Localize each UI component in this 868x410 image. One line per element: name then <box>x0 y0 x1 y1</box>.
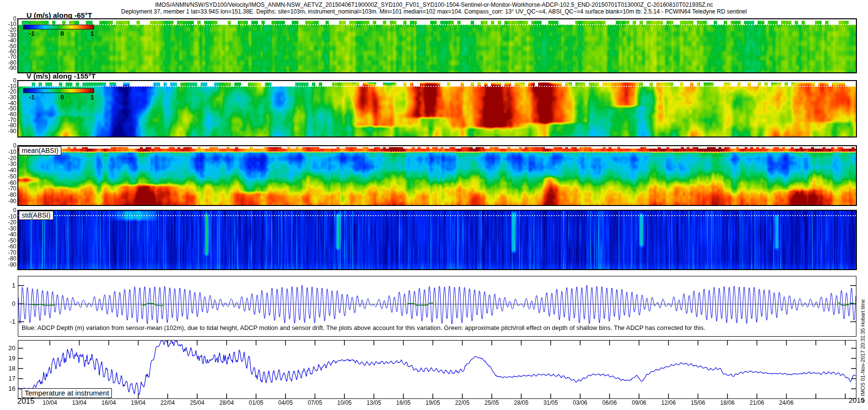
date-tick-label: 03/06 <box>573 399 587 406</box>
date-tick-label: 24/06 <box>779 399 794 406</box>
date-tick-label: 09/06 <box>632 399 646 406</box>
depth-tick-label: -90 <box>0 65 16 71</box>
heatmap-std-absi-canvas <box>18 211 856 269</box>
colorbar-v-tick-1: 1 <box>90 94 94 101</box>
depth-tick-label: -10 <box>0 149 16 155</box>
label-std-absi: std(ABSI) <box>19 211 54 220</box>
colorbar-v-tick-neg1: -1 <box>29 94 35 101</box>
date-tick-label: 15/06 <box>691 399 705 406</box>
date-tick-label: 12/06 <box>661 399 676 406</box>
temperature-ytick-label: 19 <box>0 355 15 361</box>
depth-tick-label: -90 <box>0 198 16 205</box>
panel-mean-absi <box>17 145 857 206</box>
date-tick-label: 28/05 <box>514 399 529 406</box>
temperature-ytick-label: 18 <box>0 365 15 371</box>
date-tick-label: 19/05 <box>426 399 440 406</box>
date-tick-label: 10/05 <box>337 399 352 406</box>
date-tick-label: 13/04 <box>72 399 86 406</box>
date-tick-label: 07/05 <box>308 399 322 406</box>
date-tick-label: 13/05 <box>366 399 381 406</box>
date-tick-label: 16/04 <box>102 399 116 406</box>
depth-tick-label: -50 <box>0 174 16 180</box>
depth-variation-annotation: Blue: ADCP Depth (m) variation from sens… <box>22 324 705 331</box>
colorbar-u-tick-0: 0 <box>60 30 64 37</box>
temperature-ytick-label: 17 <box>0 375 15 382</box>
xaxis-year-left: 2015 <box>17 397 35 406</box>
depth-tick-label: -90 <box>0 128 16 135</box>
heatmap-v-canvas <box>18 81 856 137</box>
date-tick-label: 04/05 <box>278 399 293 406</box>
date-tick-label: 18/06 <box>720 399 735 406</box>
date-tick-label: 28/04 <box>219 399 234 406</box>
date-tick-label: 01/05 <box>249 399 263 406</box>
colorbar-u-tick-1: 1 <box>90 30 94 37</box>
panel-std-absi <box>17 210 857 270</box>
colorbar-u <box>23 25 94 29</box>
heatmap-mean-absi-canvas <box>18 146 856 205</box>
temperature-canvas <box>18 341 856 398</box>
title-line-1: IMOS/ANMN/NSW/SYD100/Velocity/IMOS_ANMN-… <box>0 1 868 8</box>
heatmap-u-canvas <box>18 19 856 72</box>
date-tick-label: 10/04 <box>42 399 57 406</box>
date-tick-label: 16/05 <box>396 399 410 406</box>
date-tick-label: 21/06 <box>750 399 764 406</box>
depth-var-ytick-label: 0 <box>0 301 15 307</box>
figure: IMOS/ANMN/NSW/SYD100/Velocity/IMOS_ANMN-… <box>0 0 868 410</box>
title-line-2: Deployment 37, member 1 lat=33.94S lon=1… <box>0 8 868 15</box>
depth-var-ytick-label: -1 <box>0 318 15 325</box>
depth-tick-label: -90 <box>0 262 16 268</box>
panel-title-v: V (m/s) along -155°T <box>27 72 96 80</box>
copyright-vertical-text: © IMOS 01-Nov-2017 20:31:35 Hobart time <box>860 227 867 403</box>
temperature-ytick-label: 20 <box>0 345 15 351</box>
panel-v <box>17 80 857 137</box>
panel-temperature <box>18 340 856 399</box>
depth-var-ytick-label: 1 <box>0 282 15 288</box>
date-tick-label: 22/04 <box>161 399 175 406</box>
date-tick-label: 06/06 <box>602 399 617 406</box>
date-tick-label: 19/04 <box>131 399 146 406</box>
label-mean-absi: mean(ABSI) <box>19 146 61 155</box>
colorbar-v <box>23 88 94 93</box>
panel-u <box>17 18 857 73</box>
colorbar-u-tick-neg1: -1 <box>29 30 35 37</box>
label-temperature: Temperature at instrument <box>22 388 112 398</box>
temperature-ytick-label: 16 <box>0 385 15 392</box>
colorbar-v-tick-0: 0 <box>60 94 64 101</box>
date-tick-label: 25/05 <box>485 399 499 406</box>
date-tick-label: 31/05 <box>543 399 558 406</box>
date-tick-label: 22/05 <box>455 399 470 406</box>
date-tick-label: 25/04 <box>190 399 204 406</box>
